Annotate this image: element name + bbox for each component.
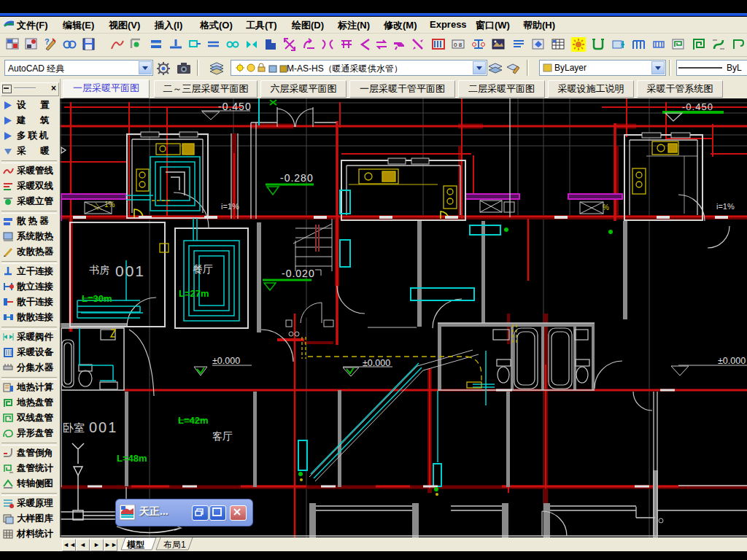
svg-text:001: 001 — [89, 419, 117, 435]
svg-text:-0.450: -0.450 — [682, 101, 713, 112]
svg-text:L=48m: L=48m — [117, 453, 147, 464]
svg-text:±0.000: ±0.000 — [212, 356, 240, 366]
svg-text:书房: 书房 — [89, 264, 109, 276]
svg-text:客厅: 客厅 — [212, 430, 233, 442]
svg-text:i=1%: i=1% — [716, 202, 735, 211]
svg-text:i=1%: i=1% — [221, 202, 239, 211]
svg-text:001: 001 — [115, 262, 145, 279]
svg-text:餐厅: 餐厅 — [193, 263, 213, 275]
svg-text:±0.000: ±0.000 — [718, 356, 746, 366]
svg-text:L=27m: L=27m — [179, 288, 209, 299]
svg-text:-0.280: -0.280 — [280, 172, 314, 184]
svg-text:-0.020: -0.020 — [282, 268, 315, 279]
svg-text:0 8: 0 8 — [454, 42, 462, 48]
svg-text:卧室: 卧室 — [63, 421, 85, 434]
svg-text:?: ? — [44, 37, 50, 46]
